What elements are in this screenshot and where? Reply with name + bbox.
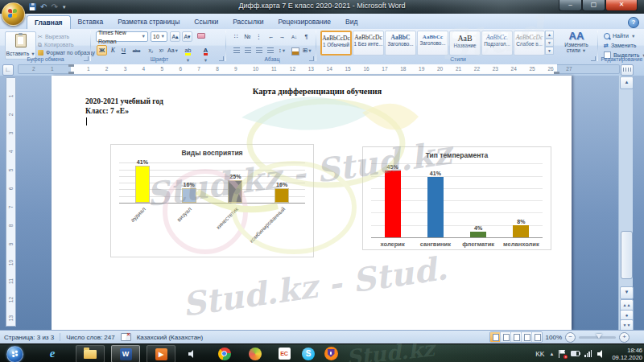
replace-button[interactable]: ⇄ Заменить (604, 41, 636, 50)
action-center-flag-icon[interactable]: × (559, 350, 566, 358)
font-dialog-launcher[interactable] (219, 56, 224, 61)
style-Слабое в...[interactable]: AaBbCcDcСлабое в... (514, 31, 545, 56)
change-case-button[interactable]: Aa▼ (167, 45, 177, 56)
chrome-icon[interactable] (216, 346, 233, 361)
align-left-button[interactable] (231, 45, 242, 56)
strikethrough-button[interactable]: abc (131, 45, 142, 56)
zoom-out-button[interactable]: − (565, 332, 576, 343)
horizontal-ruler[interactable]: 2112345678910111213141516171819202122232… (18, 64, 620, 74)
increase-indent-button[interactable]: → (277, 31, 287, 42)
right-indent-marker[interactable] (554, 72, 559, 74)
print-layout-icon[interactable] (490, 332, 501, 342)
numbering-button[interactable]: № (242, 31, 253, 42)
presentation-app-icon[interactable]: ЕС (275, 346, 293, 361)
bar-кинестетик[interactable] (228, 180, 242, 203)
styles-dialog-launcher[interactable] (591, 56, 596, 61)
minimize-button[interactable]: – (559, 0, 582, 11)
bar-аудиал[interactable] (135, 166, 150, 203)
justify-button[interactable] (265, 45, 275, 56)
tab-Главная[interactable]: Главная (27, 15, 71, 29)
font-color-button[interactable]: А▼ (200, 45, 211, 56)
hidden-icons-chevron[interactable]: ▲ (550, 352, 555, 356)
internet-explorer-icon[interactable]: e (43, 346, 61, 361)
bar-сангвиник[interactable] (427, 177, 444, 237)
tab-selector-button[interactable]: ∟ (2, 64, 14, 76)
bar-визуал[interactable] (182, 188, 196, 203)
grow-font-button[interactable]: А▴ (170, 31, 180, 42)
align-center-button[interactable] (242, 45, 253, 56)
styles-more-icon[interactable]: ▼ (545, 47, 554, 55)
tab-Ссылки[interactable]: Ссылки (187, 15, 225, 29)
italic-button[interactable]: К (108, 45, 118, 56)
draft-icon[interactable] (532, 332, 542, 342)
superscript-button[interactable]: x² (156, 45, 167, 56)
browser-globe-icon[interactable] (246, 346, 264, 361)
network-signal-icon[interactable] (584, 350, 592, 357)
tab-Вставка[interactable]: Вставка (71, 15, 111, 29)
zoom-slider-thumb[interactable] (596, 334, 602, 339)
tab-Рецензирование[interactable]: Рецензирование (270, 15, 338, 29)
paste-button[interactable]: Вставить ▼ (5, 31, 36, 60)
maximize-button[interactable]: ▢ (582, 0, 605, 11)
language-tray-indicator[interactable]: KK (535, 350, 544, 358)
clock[interactable]: 18:46 09.12.2020 (612, 347, 642, 361)
ruler-toggle-button[interactable] (621, 64, 634, 76)
style-1 Без инте...[interactable]: AaBbCcDc1 Без инте... (353, 31, 384, 56)
font-size-select[interactable]: 10▼ (151, 31, 167, 42)
volume-icon[interactable] (597, 350, 605, 358)
font-name-select[interactable]: Times New Roman▼ (96, 31, 148, 42)
styles-scroll-up-icon[interactable]: ▲ (545, 31, 554, 39)
underline-button[interactable]: Ч (118, 45, 129, 56)
paragraph-dialog-launcher[interactable] (309, 56, 314, 61)
style-Название[interactable]: АаВНазвание (449, 31, 481, 56)
style-Заголово...[interactable]: AaBbCcЗаголово... (417, 31, 448, 56)
styles-scroll-down-icon[interactable]: ▼ (545, 39, 554, 47)
language-indicator[interactable]: Казахский (Казахстан) (137, 334, 204, 341)
multilevel-list-button[interactable]: ⋮ (254, 31, 264, 42)
zoom-in-button[interactable]: + (619, 332, 630, 343)
clear-formatting-button[interactable] (196, 31, 206, 42)
web-layout-icon[interactable] (511, 332, 522, 342)
align-right-button[interactable] (254, 45, 264, 56)
bold-button[interactable]: Ж (97, 45, 107, 56)
left-indent-marker[interactable] (68, 72, 74, 74)
zoom-level[interactable]: 100% (546, 334, 562, 341)
show-marks-button[interactable]: ¶ (301, 31, 312, 42)
bar-меланхолик[interactable] (513, 225, 529, 237)
skype-icon[interactable]: S (299, 346, 317, 361)
decrease-indent-button[interactable]: ← (266, 31, 276, 42)
volume-mixer-icon[interactable] (184, 346, 201, 361)
help-button[interactable]: ? (628, 17, 639, 28)
page-indicator[interactable]: Страница: 3 из 3 (4, 334, 54, 341)
tab-Вид[interactable]: Вид (338, 15, 365, 29)
bullets-button[interactable]: ∷ (231, 31, 242, 42)
view-buttons[interactable] (489, 331, 543, 343)
close-button[interactable]: ✕ (605, 0, 638, 11)
scroll-down-icon[interactable]: ▼ (620, 286, 634, 299)
media-player-icon[interactable]: ▶ (147, 345, 175, 362)
zoom-slider[interactable] (579, 336, 616, 339)
find-button[interactable]: Найти▼ (604, 31, 635, 40)
tab-Рассылки[interactable]: Рассылки (225, 15, 270, 29)
vertical-ruler[interactable]: 12345678910111213 (6, 77, 16, 327)
subscript-button[interactable]: x₂ (146, 45, 156, 56)
first-line-indent-marker[interactable] (68, 64, 74, 67)
word-taskbar-icon[interactable]: W (111, 345, 140, 362)
start-button[interactable] (6, 346, 23, 362)
scroll-up-icon[interactable]: ▲ (620, 76, 634, 89)
window-controls[interactable]: – ▢ ✕ (559, 0, 638, 11)
shrink-font-button[interactable]: А▾ (182, 31, 192, 42)
avast-icon[interactable] (322, 346, 340, 361)
styles-scroll[interactable]: ▲ ▼ ▼ (545, 31, 554, 55)
style-1 Обычный[interactable]: AaBbCcDc1 Обычный (320, 31, 352, 56)
tab-Разметка страницы[interactable]: Разметка страницы (110, 15, 187, 29)
text-highlight-button[interactable]: ab▼ (183, 45, 193, 56)
file-explorer-icon[interactable] (76, 345, 105, 362)
spellcheck-icon[interactable] (121, 333, 131, 341)
outline-icon[interactable] (522, 332, 532, 342)
style-Заголово...[interactable]: AaBbCЗаголово... (385, 31, 416, 56)
sort-button[interactable]: А↓ (289, 31, 299, 42)
fullscreen-reading-icon[interactable] (501, 332, 511, 342)
office-button[interactable] (2, 2, 25, 26)
chart-temperament[interactable]: Тип темперамента 45%41%4%8% холериксангв… (362, 146, 551, 250)
